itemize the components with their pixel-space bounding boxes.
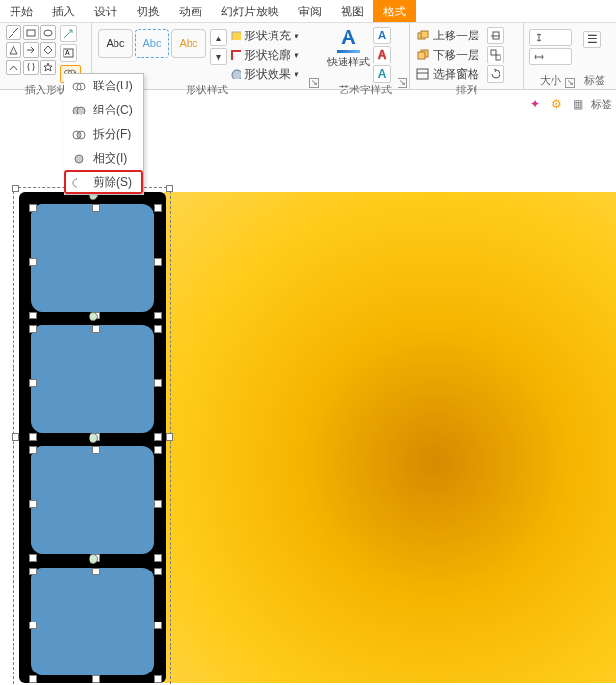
- wordart-launcher[interactable]: ↘: [398, 78, 407, 88]
- shape-arrow-icon[interactable]: [23, 42, 38, 58]
- text-effects-button[interactable]: A: [373, 65, 391, 83]
- cell-4-handle-7[interactable]: [154, 675, 162, 683]
- cell-1-handle-3[interactable]: [29, 258, 37, 266]
- cell-1-handle-7[interactable]: [154, 312, 162, 319]
- edit-shape-button[interactable]: [60, 25, 77, 42]
- tab-view[interactable]: 视图: [331, 0, 373, 22]
- menu-combine[interactable]: 组合(C): [64, 98, 143, 122]
- text-box-button[interactable]: A: [60, 44, 77, 62]
- shape-fill-button[interactable]: 形状填充 ▾: [231, 27, 299, 44]
- cell-3-handle-4[interactable]: [154, 500, 162, 508]
- tab-review[interactable]: 审阅: [289, 0, 331, 22]
- intersect-icon: [72, 152, 86, 165]
- slide-canvas[interactable]: [82,208,334,460]: [0, 125, 616, 685]
- style-preset-2[interactable]: Abc: [135, 29, 169, 58]
- cell-4-handle-3[interactable]: [29, 622, 37, 629]
- quick-styles-underline-icon: [337, 50, 360, 53]
- text-outline-button[interactable]: A: [373, 46, 391, 63]
- cell-2-handle-2[interactable]: [154, 325, 162, 333]
- cell-1-handle-5[interactable]: [29, 312, 37, 319]
- shape-outline-button[interactable]: 形状轮廓 ▾: [231, 46, 299, 63]
- selection-pane-button[interactable]: 选择窗格: [416, 65, 479, 83]
- fragment-icon: [72, 128, 86, 141]
- cell-2-handle-0[interactable]: [29, 325, 37, 333]
- text-fill-button[interactable]: A: [373, 27, 391, 44]
- cell-3-rotate-handle[interactable]: [89, 433, 98, 443]
- cell-1-handle-2[interactable]: [154, 204, 162, 212]
- bring-forward-button[interactable]: 上移一层: [416, 27, 479, 44]
- cell-2-handle-5[interactable]: [29, 433, 37, 441]
- cell-2-handle-4[interactable]: [154, 379, 162, 387]
- cell-3-handle-5[interactable]: [29, 554, 37, 562]
- cell-3-handle-1[interactable]: [92, 446, 100, 454]
- shape-brace-icon[interactable]: [23, 60, 38, 75]
- menu-fragment[interactable]: 拆分(F): [64, 122, 143, 146]
- film-cell-1[interactable]: [31, 204, 154, 312]
- cell-4-handle-1[interactable]: [92, 568, 100, 575]
- cell-4-handle-0[interactable]: [29, 568, 37, 575]
- cell-2-handle-7[interactable]: [154, 433, 162, 441]
- shape-effects-button[interactable]: 形状效果 ▾: [231, 65, 299, 83]
- menu-union[interactable]: 联合(U): [64, 74, 143, 98]
- gear-icon[interactable]: ⚙: [549, 96, 564, 112]
- style-preset-3[interactable]: Abc: [171, 29, 206, 58]
- cell-4-handle-2[interactable]: [154, 568, 162, 575]
- tab-home[interactable]: 开始: [0, 0, 42, 22]
- tab-transitions[interactable]: 切换: [127, 0, 169, 22]
- tab-insert[interactable]: 插入: [42, 0, 85, 22]
- rotate-button[interactable]: [487, 65, 504, 83]
- film-cell-3[interactable]: [31, 446, 154, 554]
- shape-styles-launcher[interactable]: ↘: [309, 78, 319, 88]
- shape-diamond-icon[interactable]: [40, 42, 56, 58]
- tab-slideshow[interactable]: 幻灯片放映: [212, 0, 289, 22]
- handle-w[interactable]: [12, 433, 19, 441]
- cell-3-handle-3[interactable]: [29, 500, 37, 508]
- shape-style-gallery[interactable]: Abc Abc Abc ▴ ▾: [98, 29, 227, 65]
- cell-3-handle-0[interactable]: [29, 446, 37, 454]
- mark-button[interactable]: ☰: [583, 31, 601, 48]
- cell-2-rotate-handle[interactable]: [89, 312, 98, 321]
- shape-triangle-icon[interactable]: [6, 42, 21, 58]
- gallery-up-button[interactable]: ▴: [210, 29, 227, 46]
- cell-1-handle-1[interactable]: [92, 204, 100, 212]
- send-backward-button[interactable]: 下移一层: [416, 46, 479, 63]
- width-input[interactable]: [529, 48, 572, 65]
- quick-styles-button[interactable]: A 快速样式: [327, 27, 370, 69]
- gallery-down-button[interactable]: ▾: [210, 48, 227, 65]
- group-button[interactable]: [487, 46, 504, 63]
- settings-icon[interactable]: ✦: [527, 96, 543, 112]
- cell-4-handle-4[interactable]: [154, 622, 162, 629]
- handle-e[interactable]: [166, 433, 173, 441]
- yellow-rectangle-shape[interactable]: [164, 192, 616, 683]
- shape-curve-icon[interactable]: [6, 60, 21, 75]
- tab-animations[interactable]: 动画: [169, 0, 212, 22]
- cell-4-handle-5[interactable]: [29, 675, 37, 683]
- cell-4-rotate-handle[interactable]: [89, 554, 98, 564]
- size-launcher[interactable]: ↘: [565, 78, 575, 88]
- tab-format[interactable]: 格式: [373, 0, 416, 22]
- shape-oval-icon[interactable]: [40, 25, 56, 40]
- grid-icon[interactable]: ▦: [570, 96, 585, 112]
- cell-2-handle-3[interactable]: [29, 379, 37, 387]
- style-preset-1[interactable]: Abc: [98, 29, 133, 58]
- menu-intersect[interactable]: 相交(I): [64, 146, 143, 170]
- ribbon-tabs: 开始 插入 设计 切换 动画 幻灯片放映 审阅 视图 格式: [0, 0, 616, 23]
- height-input[interactable]: [529, 29, 572, 46]
- align-button[interactable]: [487, 27, 504, 44]
- film-cell-4[interactable]: [31, 568, 154, 675]
- shape-star-icon[interactable]: [40, 60, 56, 75]
- film-cell-2[interactable]: [31, 325, 154, 433]
- menu-subtract[interactable]: 剪除(S): [64, 170, 143, 194]
- cell-4-handle-6[interactable]: [92, 675, 100, 683]
- handle-ne[interactable]: [166, 185, 173, 192]
- shape-gallery[interactable]: [6, 25, 56, 75]
- shape-rect-icon[interactable]: [23, 25, 38, 40]
- handle-nw[interactable]: [12, 185, 19, 192]
- cell-2-handle-1[interactable]: [92, 325, 100, 333]
- cell-1-handle-0[interactable]: [29, 204, 37, 212]
- cell-3-handle-7[interactable]: [154, 554, 162, 562]
- tab-design[interactable]: 设计: [85, 0, 127, 22]
- cell-3-handle-2[interactable]: [154, 446, 162, 454]
- shape-line-icon[interactable]: [6, 25, 21, 40]
- cell-1-handle-4[interactable]: [154, 258, 162, 266]
